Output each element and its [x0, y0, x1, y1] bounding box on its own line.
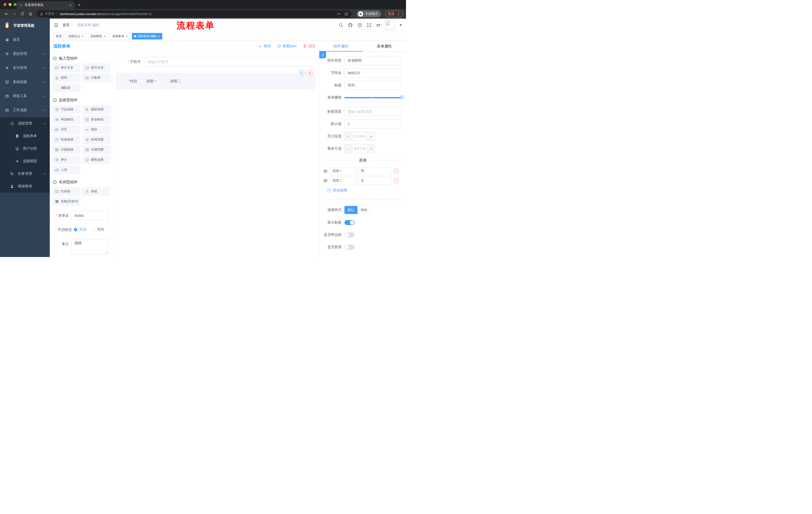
- sidebar-item-task-manage[interactable]: 任务管理: [0, 167, 50, 180]
- field-name-input[interactable]: [344, 69, 402, 77]
- component-switch[interactable]: 开关: [52, 125, 80, 134]
- sidebar-item-user-group[interactable]: 用户分组: [0, 142, 50, 155]
- key-icon[interactable]: [337, 12, 341, 16]
- sidebar-item-process-form[interactable]: 流程表单: [0, 130, 50, 142]
- sidebar-item-home[interactable]: 首页: [0, 33, 50, 47]
- component-multi-text[interactable]: 多行文本: [82, 63, 111, 72]
- minimize-window-button[interactable]: [8, 3, 11, 6]
- max-select-stepper[interactable]: −最多可选+: [344, 144, 375, 153]
- component-counter[interactable]: 123计数器: [82, 74, 111, 82]
- tag-process-form[interactable]: 流程表单×: [110, 33, 130, 39]
- component-select[interactable]: 下拉选择: [52, 105, 80, 114]
- status-radio-on[interactable]: 开启: [74, 227, 86, 232]
- help-icon[interactable]: [357, 23, 362, 27]
- canvas-field-phone[interactable]: 手机号: [116, 57, 316, 66]
- min-select-stepper[interactable]: −至少应选+: [344, 132, 375, 141]
- breadcrumb-home[interactable]: 首页: [63, 23, 69, 27]
- copy-component-button[interactable]: [299, 70, 304, 76]
- sidebar-item-leave-query[interactable]: 请假查询: [0, 180, 50, 193]
- component-editor[interactable]: 编辑器: [52, 83, 80, 92]
- checkbox-icon[interactable]: [164, 79, 168, 83]
- component-table-dev[interactable]: 表格[开发中]: [52, 197, 80, 206]
- title-input[interactable]: [344, 81, 402, 90]
- option-value-input[interactable]: [358, 177, 392, 185]
- component-checkbox-group[interactable]: 多选框组: [82, 115, 111, 124]
- tab-form-props[interactable]: 表单属性: [363, 41, 406, 51]
- tag-home[interactable]: 首页: [54, 33, 64, 39]
- slider-track[interactable]: [344, 97, 402, 98]
- tab-close-icon[interactable]: ×: [68, 3, 72, 7]
- github-icon[interactable]: [348, 23, 353, 28]
- resize-handle[interactable]: [106, 251, 108, 253]
- minus-icon[interactable]: −: [345, 144, 352, 153]
- back-icon[interactable]: [3, 10, 9, 17]
- sidebar-item-payment[interactable]: ￥ 支付管理: [0, 61, 50, 75]
- close-window-button[interactable]: [3, 3, 6, 6]
- new-tab-button[interactable]: +: [78, 2, 81, 8]
- component-date-picker[interactable]: 日期选择: [52, 145, 80, 154]
- option-label-input[interactable]: [330, 167, 356, 175]
- disabled-toggle[interactable]: [344, 245, 354, 250]
- canvas-field-gender-selected[interactable]: 性别 选项一 选项二: [116, 73, 316, 89]
- option-value-input[interactable]: [358, 167, 392, 175]
- component-slider[interactable]: 滑块: [82, 125, 111, 134]
- drag-handle-icon[interactable]: [323, 178, 328, 183]
- component-upload[interactable]: 上传: [52, 165, 80, 174]
- remove-option-icon[interactable]: −: [394, 178, 399, 183]
- browser-menu-icon[interactable]: ⋮: [397, 12, 400, 16]
- remove-option-icon[interactable]: −: [394, 169, 399, 173]
- search-icon[interactable]: [339, 23, 343, 27]
- update-button[interactable]: 更新 ⋮: [385, 10, 403, 17]
- component-password[interactable]: 密码: [52, 74, 80, 82]
- remark-textarea[interactable]: 嘿嘿: [71, 239, 108, 254]
- component-cascader[interactable]: 级联选择: [82, 105, 111, 114]
- component-color-picker[interactable]: 颜色选择: [82, 155, 111, 164]
- component-button[interactable]: 按钮: [82, 187, 111, 196]
- component-time-range[interactable]: 时间范围: [82, 135, 111, 144]
- component-date-range[interactable]: 日期范围: [82, 145, 111, 154]
- sidebar-item-process-model[interactable]: 流程模型: [0, 155, 50, 167]
- sidebar-item-infra[interactable]: 基础设施: [0, 75, 50, 89]
- close-icon[interactable]: ×: [125, 35, 128, 38]
- add-option-button[interactable]: + 添加选项: [327, 188, 406, 193]
- sidebar-item-process-manage[interactable]: 流程管理: [0, 117, 50, 130]
- avatar[interactable]: [385, 20, 395, 30]
- zoom-window-button[interactable]: [13, 3, 17, 6]
- form-canvas[interactable]: 手机号 性别 选项一 选项二: [113, 52, 319, 257]
- status-radio-off[interactable]: 关闭: [92, 227, 104, 232]
- fullscreen-icon[interactable]: [367, 23, 371, 27]
- sidebar-item-system[interactable]: 系统管理: [0, 47, 50, 61]
- option-label-input[interactable]: [330, 177, 356, 185]
- clear-button[interactable]: 清空: [303, 44, 316, 49]
- component-type-select[interactable]: 多选框组: [344, 56, 402, 65]
- tag-process-model[interactable]: 流程模型×: [88, 33, 108, 39]
- minus-icon[interactable]: −: [345, 132, 352, 141]
- label-width-input[interactable]: [344, 107, 402, 116]
- window-controls[interactable]: [3, 3, 17, 6]
- style-default-button[interactable]: 默认: [344, 206, 357, 214]
- slider-handle[interactable]: [400, 96, 404, 99]
- save-button[interactable]: 保存: [258, 44, 271, 49]
- url-bar[interactable]: 不安全 dashboard.yudao.iocoder.cn/bpm/manag…: [37, 10, 351, 17]
- phone-input[interactable]: [144, 57, 316, 66]
- gender-option-1[interactable]: 选项一: [140, 79, 157, 83]
- default-value-input[interactable]: [344, 119, 402, 129]
- component-rate[interactable]: 评分: [52, 155, 80, 164]
- tag-process-form-edit[interactable]: 流程表单-编辑×: [132, 33, 163, 39]
- plus-icon[interactable]: +: [367, 144, 375, 153]
- border-toggle[interactable]: [344, 232, 354, 237]
- drag-handle-icon[interactable]: [323, 169, 328, 173]
- close-icon[interactable]: ×: [104, 35, 106, 38]
- link-handle[interactable]: [319, 52, 326, 58]
- component-row-container[interactable]: 行容器: [52, 187, 80, 196]
- component-single-text[interactable]: 单行文本: [52, 63, 80, 72]
- checkbox-icon[interactable]: [140, 79, 144, 83]
- font-size-icon[interactable]: ᴛT: [376, 23, 380, 27]
- component-radio-group[interactable]: 单选框组: [52, 115, 80, 124]
- sidebar-item-devtools[interactable]: 研发工具: [0, 89, 50, 103]
- form-name-input[interactable]: [71, 211, 108, 220]
- home-icon[interactable]: [27, 10, 34, 17]
- bookmark-star-icon[interactable]: [344, 12, 348, 16]
- style-button-button[interactable]: 按钮: [357, 206, 371, 214]
- form-grid-slider[interactable]: [344, 93, 402, 102]
